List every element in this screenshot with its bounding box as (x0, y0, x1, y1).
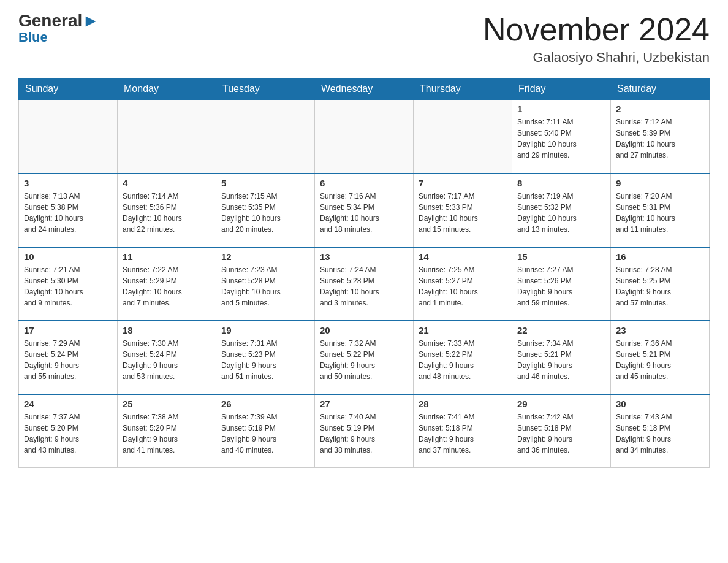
day-number: 25 (123, 399, 211, 409)
calendar-cell-w3-d3: 12Sunrise: 7:23 AM Sunset: 5:28 PM Dayli… (216, 247, 315, 321)
calendar-cell-w2-d4: 6Sunrise: 7:16 AM Sunset: 5:34 PM Daylig… (315, 174, 414, 247)
calendar-cell-w4-d3: 19Sunrise: 7:31 AM Sunset: 5:23 PM Dayli… (216, 321, 315, 394)
day-info: Sunrise: 7:42 AM Sunset: 5:18 PM Dayligh… (517, 412, 605, 456)
logo-general-text: General► (18, 12, 99, 29)
day-info: Sunrise: 7:33 AM Sunset: 5:22 PM Dayligh… (419, 338, 507, 382)
day-number: 17 (24, 325, 112, 335)
day-number: 1 (517, 104, 605, 114)
day-info: Sunrise: 7:22 AM Sunset: 5:29 PM Dayligh… (123, 264, 211, 308)
calendar-cell-w2-d2: 4Sunrise: 7:14 AM Sunset: 5:36 PM Daylig… (118, 174, 216, 247)
day-info: Sunrise: 7:21 AM Sunset: 5:30 PM Dayligh… (24, 264, 112, 308)
day-info: Sunrise: 7:25 AM Sunset: 5:27 PM Dayligh… (419, 264, 507, 308)
calendar-cell-w4-d7: 23Sunrise: 7:36 AM Sunset: 5:21 PM Dayli… (611, 321, 710, 394)
calendar-cell-w3-d2: 11Sunrise: 7:22 AM Sunset: 5:29 PM Dayli… (118, 247, 216, 321)
day-info: Sunrise: 7:43 AM Sunset: 5:18 PM Dayligh… (616, 412, 704, 456)
day-number: 10 (24, 251, 112, 262)
calendar-week-1: 1Sunrise: 7:11 AM Sunset: 5:40 PM Daylig… (19, 100, 710, 174)
day-info: Sunrise: 7:14 AM Sunset: 5:36 PM Dayligh… (123, 191, 211, 235)
calendar-cell-w3-d4: 13Sunrise: 7:24 AM Sunset: 5:28 PM Dayli… (315, 247, 414, 321)
day-info: Sunrise: 7:17 AM Sunset: 5:33 PM Dayligh… (419, 191, 507, 235)
day-number: 11 (123, 251, 211, 262)
calendar-cell-w1-d7: 2Sunrise: 7:12 AM Sunset: 5:39 PM Daylig… (611, 100, 710, 174)
day-info: Sunrise: 7:20 AM Sunset: 5:31 PM Dayligh… (616, 191, 704, 235)
day-info: Sunrise: 7:12 AM Sunset: 5:39 PM Dayligh… (616, 117, 704, 161)
calendar-cell-w3-d5: 14Sunrise: 7:25 AM Sunset: 5:27 PM Dayli… (414, 247, 512, 321)
day-info: Sunrise: 7:24 AM Sunset: 5:28 PM Dayligh… (320, 264, 408, 308)
day-number: 29 (517, 399, 605, 409)
day-info: Sunrise: 7:31 AM Sunset: 5:23 PM Dayligh… (221, 338, 309, 382)
day-info: Sunrise: 7:29 AM Sunset: 5:24 PM Dayligh… (24, 338, 112, 382)
page-header: General► Blue November 2024 Galaosiyo Sh… (18, 12, 710, 66)
calendar-cell-w4-d6: 22Sunrise: 7:34 AM Sunset: 5:21 PM Dayli… (512, 321, 611, 394)
day-info: Sunrise: 7:36 AM Sunset: 5:21 PM Dayligh… (616, 338, 704, 382)
header-wednesday: Wednesday (315, 79, 414, 100)
month-title: November 2024 (483, 12, 710, 47)
calendar-cell-w4-d4: 20Sunrise: 7:32 AM Sunset: 5:22 PM Dayli… (315, 321, 414, 394)
day-info: Sunrise: 7:15 AM Sunset: 5:35 PM Dayligh… (221, 191, 309, 235)
day-info: Sunrise: 7:32 AM Sunset: 5:22 PM Dayligh… (320, 338, 408, 382)
calendar-table: Sunday Monday Tuesday Wednesday Thursday… (18, 78, 710, 468)
calendar-cell-w5-d2: 25Sunrise: 7:38 AM Sunset: 5:20 PM Dayli… (118, 394, 216, 468)
calendar-cell-w2-d7: 9Sunrise: 7:20 AM Sunset: 5:31 PM Daylig… (611, 174, 710, 247)
calendar-cell-w3-d7: 16Sunrise: 7:28 AM Sunset: 5:25 PM Dayli… (611, 247, 710, 321)
calendar-week-5: 24Sunrise: 7:37 AM Sunset: 5:20 PM Dayli… (19, 394, 710, 468)
header-saturday: Saturday (611, 79, 710, 100)
day-info: Sunrise: 7:34 AM Sunset: 5:21 PM Dayligh… (517, 338, 605, 382)
day-number: 27 (320, 399, 408, 409)
day-info: Sunrise: 7:39 AM Sunset: 5:19 PM Dayligh… (221, 412, 309, 456)
calendar-week-2: 3Sunrise: 7:13 AM Sunset: 5:38 PM Daylig… (19, 174, 710, 247)
calendar-header-row: Sunday Monday Tuesday Wednesday Thursday… (19, 79, 710, 100)
day-number: 8 (517, 178, 605, 188)
calendar-cell-w4-d1: 17Sunrise: 7:29 AM Sunset: 5:24 PM Dayli… (19, 321, 118, 394)
day-info: Sunrise: 7:11 AM Sunset: 5:40 PM Dayligh… (517, 117, 605, 161)
day-number: 7 (419, 178, 507, 188)
day-number: 2 (616, 104, 704, 114)
calendar-week-3: 10Sunrise: 7:21 AM Sunset: 5:30 PM Dayli… (19, 247, 710, 321)
calendar-cell-w2-d3: 5Sunrise: 7:15 AM Sunset: 5:35 PM Daylig… (216, 174, 315, 247)
logo: General► Blue (18, 12, 99, 45)
calendar-cell-w1-d4 (315, 100, 414, 174)
day-info: Sunrise: 7:37 AM Sunset: 5:20 PM Dayligh… (24, 412, 112, 456)
day-number: 23 (616, 325, 704, 335)
day-number: 9 (616, 178, 704, 188)
day-number: 12 (221, 251, 309, 262)
day-number: 15 (517, 251, 605, 262)
title-section: November 2024 Galaosiyo Shahri, Uzbekist… (483, 12, 710, 66)
calendar-cell-w1-d6: 1Sunrise: 7:11 AM Sunset: 5:40 PM Daylig… (512, 100, 611, 174)
calendar-cell-w4-d2: 18Sunrise: 7:30 AM Sunset: 5:24 PM Dayli… (118, 321, 216, 394)
day-number: 21 (419, 325, 507, 335)
logo-blue-text: Blue (18, 29, 48, 45)
day-number: 16 (616, 251, 704, 262)
calendar-cell-w1-d5 (414, 100, 512, 174)
day-info: Sunrise: 7:27 AM Sunset: 5:26 PM Dayligh… (517, 264, 605, 308)
day-number: 6 (320, 178, 408, 188)
header-thursday: Thursday (414, 79, 512, 100)
day-number: 19 (221, 325, 309, 335)
calendar-cell-w5-d6: 29Sunrise: 7:42 AM Sunset: 5:18 PM Dayli… (512, 394, 611, 468)
day-number: 4 (123, 178, 211, 188)
calendar-cell-w5-d7: 30Sunrise: 7:43 AM Sunset: 5:18 PM Dayli… (611, 394, 710, 468)
day-info: Sunrise: 7:23 AM Sunset: 5:28 PM Dayligh… (221, 264, 309, 308)
day-number: 13 (320, 251, 408, 262)
calendar-cell-w5-d5: 28Sunrise: 7:41 AM Sunset: 5:18 PM Dayli… (414, 394, 512, 468)
calendar-cell-w5-d4: 27Sunrise: 7:40 AM Sunset: 5:19 PM Dayli… (315, 394, 414, 468)
calendar-cell-w5-d3: 26Sunrise: 7:39 AM Sunset: 5:19 PM Dayli… (216, 394, 315, 468)
day-info: Sunrise: 7:16 AM Sunset: 5:34 PM Dayligh… (320, 191, 408, 235)
day-info: Sunrise: 7:30 AM Sunset: 5:24 PM Dayligh… (123, 338, 211, 382)
day-info: Sunrise: 7:13 AM Sunset: 5:38 PM Dayligh… (24, 191, 112, 235)
day-info: Sunrise: 7:38 AM Sunset: 5:20 PM Dayligh… (123, 412, 211, 456)
day-number: 20 (320, 325, 408, 335)
day-number: 24 (24, 399, 112, 409)
day-number: 28 (419, 399, 507, 409)
calendar-cell-w3-d6: 15Sunrise: 7:27 AM Sunset: 5:26 PM Dayli… (512, 247, 611, 321)
calendar-cell-w4-d5: 21Sunrise: 7:33 AM Sunset: 5:22 PM Dayli… (414, 321, 512, 394)
header-sunday: Sunday (19, 79, 118, 100)
calendar-week-4: 17Sunrise: 7:29 AM Sunset: 5:24 PM Dayli… (19, 321, 710, 394)
day-number: 22 (517, 325, 605, 335)
day-info: Sunrise: 7:28 AM Sunset: 5:25 PM Dayligh… (616, 264, 704, 308)
day-info: Sunrise: 7:19 AM Sunset: 5:32 PM Dayligh… (517, 191, 605, 235)
header-tuesday: Tuesday (216, 79, 315, 100)
day-number: 5 (221, 178, 309, 188)
day-number: 26 (221, 399, 309, 409)
logo-arrow: ► (82, 11, 99, 30)
